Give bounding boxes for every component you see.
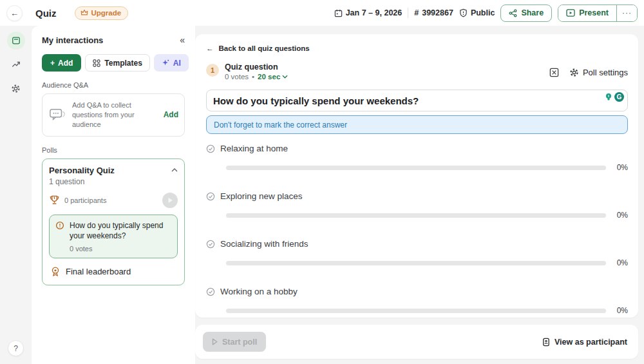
final-leaderboard-item[interactable]: Final leaderboard (49, 266, 178, 277)
phone-icon (542, 338, 550, 347)
present-button[interactable]: Present (558, 5, 616, 21)
mark-correct-toggle[interactable]: Exploring new places (206, 191, 628, 201)
polls-section-label: Polls (42, 146, 185, 154)
session-dates[interactable]: Jan 7 – 9, 2026 (334, 8, 402, 17)
option-percent: 0% (606, 306, 628, 315)
notice-text: Don't forget to mark the correct answer (214, 120, 347, 129)
image-icon[interactable] (549, 68, 559, 77)
timer-value: 20 sec (258, 73, 280, 81)
rail-item-settings[interactable] (7, 79, 25, 97)
back-button[interactable]: ← (6, 5, 23, 21)
lightbulb-icon[interactable] (604, 92, 613, 102)
start-poll-label: Start poll (222, 338, 257, 347)
option-percent: 0% (606, 211, 628, 220)
sidebar: My interactions « + Add Templates AI Aud… (32, 26, 195, 364)
medal-icon (50, 266, 61, 277)
start-poll-button[interactable]: Start poll (203, 332, 266, 352)
add-interaction-button[interactable]: + Add (42, 54, 81, 72)
option-row: Socializing with friends 0% (206, 239, 628, 267)
ellipsis-icon: ··· (622, 8, 632, 17)
option-result-bar (226, 213, 606, 218)
footer-bar: Start poll View as participant (195, 325, 638, 359)
back-arrow-icon: ← (10, 8, 19, 18)
sparkle-icon (162, 59, 170, 67)
votes-count: 0 votes (225, 73, 249, 81)
correct-answer-notice: Don't forget to mark the correct answer (206, 115, 628, 134)
poll-group-title: Personality Quiz (49, 166, 115, 175)
collapse-sidebar-button[interactable]: « (180, 35, 185, 45)
check-circle-icon (206, 144, 215, 153)
start-quiz-play-button[interactable] (162, 193, 178, 208)
view-as-participant-label: View as participant (554, 338, 627, 347)
option-row: Exploring new places 0% (206, 191, 628, 220)
option-percent: 0% (606, 258, 628, 267)
check-circle-icon (206, 240, 215, 249)
chevron-up-icon (171, 168, 178, 172)
trophy-icon (49, 195, 60, 206)
poll-settings-label: Poll settings (583, 68, 628, 77)
option-label: Relaxing at home (220, 144, 288, 153)
view-as-participant-button[interactable]: View as participant (542, 338, 627, 347)
chevron-down-icon (282, 75, 288, 79)
option-result-bar (226, 166, 606, 170)
question-text-value: How do you typically spend your weekends… (213, 95, 419, 106)
trending-icon (12, 61, 21, 68)
question-preview-card[interactable]: How do you typically spend your weekends… (49, 215, 178, 258)
poll-group-header[interactable]: Personality Quiz (49, 166, 178, 175)
add-label: Add (58, 59, 73, 68)
question-preview-votes: 0 votes (70, 245, 171, 253)
option-result-bar (226, 309, 606, 313)
divider (408, 8, 408, 18)
mark-correct-toggle[interactable]: Working on a hobby (206, 287, 628, 296)
rail-item-presentations[interactable] (7, 32, 25, 50)
upgrade-button[interactable]: Upgrade (75, 6, 129, 20)
option-row: Working on a hobby 0% (206, 287, 628, 315)
sidebar-title: My interactions (42, 35, 103, 45)
back-to-questions-label: Back to all quiz questions (219, 44, 310, 52)
visibility-status[interactable]: Public (459, 8, 495, 17)
grammarly-icon[interactable]: G (614, 92, 624, 102)
templates-button[interactable]: Templates (85, 54, 149, 72)
check-circle-icon (206, 287, 215, 296)
hash-icon: # (414, 8, 419, 17)
mark-correct-toggle[interactable]: Socializing with friends (206, 239, 628, 249)
question-text-input[interactable]: How do you typically spend your weekends… (206, 90, 628, 111)
poll-settings-button[interactable]: Poll settings (569, 68, 628, 77)
plus-icon: + (50, 59, 55, 68)
share-label: Share (521, 8, 544, 17)
session-id[interactable]: # 3992867 (414, 8, 453, 17)
ai-button[interactable]: AI (154, 54, 189, 72)
more-options-button[interactable]: ··· (616, 5, 637, 21)
qna-card: Add Q&A to collect questions from your a… (42, 93, 185, 137)
participants-count: 0 participants (64, 196, 158, 204)
ai-label: AI (173, 59, 181, 68)
arrow-left-icon: ← (206, 44, 214, 52)
poll-question-count: 1 question (49, 177, 178, 186)
qna-add-button[interactable]: Add (164, 110, 178, 119)
question-type-label: Quiz question (225, 62, 288, 72)
back-to-questions-link[interactable]: ← Back to all quiz questions (206, 44, 628, 52)
present-button-group: Present ··· (558, 5, 638, 22)
qna-description: Add Q&A to collect questions from your a… (72, 101, 158, 129)
help-button[interactable]: ? (8, 340, 24, 356)
option-result-bar (226, 261, 606, 265)
crown-icon (80, 9, 88, 16)
chevron-double-left-icon: « (180, 35, 185, 45)
present-icon (566, 9, 575, 17)
question-preview-text: How do you typically spend your weekends… (70, 220, 171, 241)
mark-correct-toggle[interactable]: Relaxing at home (206, 144, 628, 153)
options-list: Relaxing at home 0% Exploring new places… (206, 144, 628, 315)
option-row: Relaxing at home 0% (206, 144, 628, 172)
question-mark-icon: ? (14, 344, 18, 353)
settings-gear-icon (569, 68, 579, 77)
timer-dropdown[interactable]: 20 sec (258, 73, 288, 81)
check-circle-icon (206, 192, 215, 201)
timer-icon (55, 221, 64, 253)
rail-item-results[interactable] (7, 55, 25, 73)
left-rail: ? (0, 26, 32, 364)
share-button[interactable]: Share (500, 5, 552, 22)
gear-icon (11, 84, 21, 93)
option-label: Socializing with friends (220, 239, 308, 249)
final-leaderboard-label: Final leaderboard (66, 267, 131, 276)
templates-label: Templates (104, 59, 142, 68)
